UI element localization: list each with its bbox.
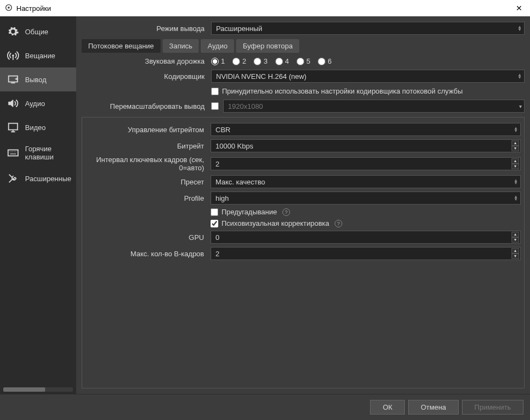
- spin-up[interactable]: ▲: [511, 232, 519, 237]
- updown-icon: ▲▼: [514, 195, 518, 201]
- encoder-settings: Управление битрейтом CBR ▲▼ Битрейт 1000…: [82, 117, 525, 388]
- sidebar-item-stream[interactable]: Вещание: [0, 44, 76, 67]
- preset-select[interactable]: Макс. качество ▲▼: [211, 175, 521, 188]
- cancel-button[interactable]: Отмена: [408, 400, 459, 415]
- keyint-input[interactable]: 2 ▲▼: [211, 157, 521, 170]
- keyint-label: Интервал ключевых кадров (сек, 0=авто): [85, 156, 206, 172]
- svg-rect-4: [9, 123, 18, 130]
- tab-recording[interactable]: Запись: [163, 39, 199, 53]
- sidebar-item-advanced[interactable]: Расширенные: [0, 166, 76, 190]
- help-icon[interactable]: ?: [282, 208, 290, 216]
- enforce-checkbox[interactable]: [211, 88, 219, 95]
- track-6[interactable]: 6: [318, 57, 331, 65]
- svg-point-1: [8, 7, 10, 9]
- updown-icon: ▲▼: [514, 179, 518, 184]
- gear-icon: [7, 25, 20, 38]
- rescale-select[interactable]: 1920x1080 ▾: [223, 100, 525, 113]
- psycho-label: Психовизуальная корректировка: [221, 219, 329, 227]
- rate-control-label: Управление битрейтом: [85, 126, 206, 134]
- audio-track-label: Звуковая дорожка: [82, 57, 207, 65]
- rescale-value: 1920x1080: [228, 102, 263, 110]
- sidebar-item-label: Общие: [25, 28, 48, 36]
- sidebar-item-label: Вывод: [25, 76, 46, 84]
- close-button[interactable]: ✕: [513, 4, 526, 13]
- keyboard-icon: [7, 146, 20, 159]
- spin-up[interactable]: ▲: [511, 248, 519, 254]
- profile-label: Profile: [85, 194, 206, 202]
- track-2[interactable]: 2: [232, 57, 246, 65]
- encoder-value: NVIDIA NVENC H.264 (new): [216, 72, 306, 81]
- app-icon: [4, 3, 13, 14]
- apply-button[interactable]: Применить: [462, 400, 523, 415]
- spin-down[interactable]: ▼: [511, 237, 519, 243]
- spin-down[interactable]: ▼: [511, 164, 519, 169]
- antenna-icon: [7, 49, 20, 62]
- track-5[interactable]: 5: [297, 57, 310, 65]
- rescale-label: Перемасштабировать вывод: [82, 102, 207, 110]
- ok-button[interactable]: ОК: [370, 400, 405, 415]
- speaker-icon: [7, 97, 20, 110]
- track-1[interactable]: 1: [211, 57, 225, 65]
- bitrate-label: Битрейт: [85, 142, 206, 150]
- sidebar-item-label: Вещание: [25, 52, 56, 60]
- updown-icon: ▲▼: [514, 127, 518, 132]
- help-icon[interactable]: ?: [335, 220, 342, 227]
- profile-select[interactable]: high ▲▼: [211, 192, 521, 205]
- chevron-down-icon: ▾: [519, 103, 522, 109]
- tab-audio[interactable]: Аудио: [201, 39, 234, 53]
- sidebar-item-label: Видео: [25, 123, 46, 132]
- updown-icon: ▲▼: [517, 26, 522, 31]
- sidebar-item-video[interactable]: Видео: [0, 115, 76, 139]
- tab-replay[interactable]: Буфер повтора: [236, 39, 299, 53]
- encoder-select[interactable]: NVIDIA NVENC H.264 (new) ▲▼: [211, 70, 525, 83]
- titlebar: Настройки ✕: [0, 0, 530, 16]
- sidebar-item-label: Горячие клавиши: [25, 145, 71, 161]
- sidebar-item-audio[interactable]: Аудио: [0, 91, 76, 115]
- output-mode-value: Расширенный: [216, 24, 262, 33]
- psycho-checkbox[interactable]: [211, 220, 218, 227]
- updown-icon: ▲▼: [517, 73, 522, 79]
- output-mode-select[interactable]: Расширенный ▲▼: [211, 22, 525, 35]
- preset-label: Пресет: [85, 178, 206, 186]
- lookahead-checkbox[interactable]: [211, 208, 218, 216]
- sidebar-item-label: Аудио: [25, 100, 45, 108]
- main-panel: Режим вывода Расширенный ▲▼ Потоковое ве…: [76, 16, 530, 394]
- output-icon: [7, 73, 20, 86]
- sidebar-item-label: Расширенные: [25, 175, 71, 183]
- audio-track-group: 1 2 3 4 5 6: [211, 57, 525, 65]
- bframes-label: Макс. кол-во B-кадров: [85, 250, 206, 258]
- sidebar-item-output[interactable]: Вывод: [0, 67, 76, 91]
- bframes-input[interactable]: 2 ▲▼: [211, 247, 521, 260]
- enforce-label: Принудительно использовать настройки код…: [222, 87, 463, 95]
- lookahead-label: Предугадывание: [221, 208, 277, 216]
- gpu-input[interactable]: 0 ▲▼: [211, 231, 521, 244]
- track-3[interactable]: 3: [254, 57, 267, 65]
- spin-up[interactable]: ▲: [511, 140, 519, 146]
- footer: ОК Отмена Применить: [0, 394, 530, 420]
- rate-control-select[interactable]: CBR ▲▼: [211, 123, 521, 136]
- tools-icon: [7, 172, 20, 185]
- sidebar-item-hotkeys[interactable]: Горячие клавиши: [0, 139, 76, 166]
- spin-down[interactable]: ▼: [511, 254, 519, 259]
- sidebar-item-general[interactable]: Общие: [0, 20, 76, 44]
- spin-down[interactable]: ▼: [511, 146, 519, 151]
- spin-up[interactable]: ▲: [511, 158, 519, 164]
- gpu-label: GPU: [85, 233, 206, 242]
- window-title: Настройки: [16, 4, 51, 13]
- output-mode-label: Режим вывода: [82, 24, 207, 33]
- rescale-checkbox[interactable]: [211, 102, 219, 110]
- sidebar-scrollbar[interactable]: [3, 387, 73, 392]
- output-tabs: Потоковое вещание Запись Аудио Буфер пов…: [82, 39, 525, 53]
- monitor-icon: [7, 121, 20, 134]
- svg-rect-5: [8, 150, 18, 156]
- sidebar: Общие Вещание Вывод Аудио Видео Горячие …: [0, 16, 76, 394]
- track-4[interactable]: 4: [275, 57, 289, 65]
- bitrate-input[interactable]: 10000 Kbps ▲▼: [211, 139, 521, 152]
- encoder-label: Кодировщик: [82, 72, 207, 81]
- tab-streaming[interactable]: Потоковое вещание: [82, 39, 161, 53]
